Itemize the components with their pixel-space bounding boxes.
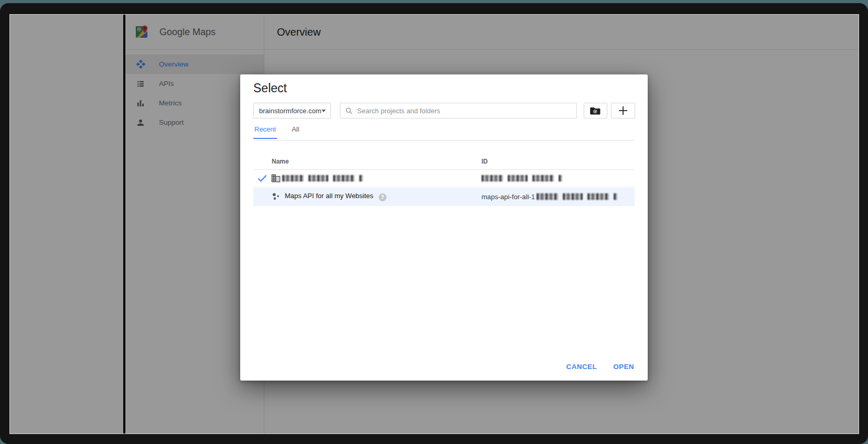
check-icon	[258, 174, 267, 182]
folder-gear-icon	[590, 106, 601, 115]
project-id-cell	[481, 175, 562, 182]
screen: G Google Maps Overview APIs	[0, 0, 868, 444]
help-icon[interactable]: ?	[379, 193, 387, 201]
organization-icon	[271, 173, 281, 183]
organization-dropdown-value: brainstormforce.com	[259, 107, 321, 115]
tab-all[interactable]: All	[291, 125, 300, 139]
project-id-prefix: maps-api-for-all-1	[481, 193, 535, 201]
manage-folders-button[interactable]	[584, 103, 607, 118]
redacted-project-id	[481, 175, 562, 182]
dialog-controls: brainstormforce.com	[253, 103, 635, 118]
plus-icon	[618, 106, 628, 115]
project-name-text: Maps API for all my Websites	[285, 192, 373, 200]
create-project-button[interactable]	[611, 103, 635, 118]
tab-recent[interactable]: Recent	[253, 125, 277, 139]
search-input[interactable]	[357, 107, 572, 115]
table-header: Name ID	[253, 154, 635, 169]
open-button[interactable]: OPEN	[613, 363, 634, 371]
tabs-divider	[253, 140, 635, 140]
column-header-name: Name	[272, 158, 289, 165]
project-name-cell: Maps API for all my Websites?	[285, 192, 387, 201]
search-icon	[345, 107, 353, 115]
redacted-project-id-suffix	[537, 193, 617, 200]
cancel-button[interactable]: CANCEL	[566, 363, 597, 371]
dialog-actions: CANCEL OPEN	[566, 363, 634, 371]
project-id-cell: maps-api-for-all-1	[481, 193, 617, 201]
table-row-maps-api-project[interactable]: Maps API for all my Websites? maps-api-f…	[253, 188, 635, 206]
redacted-project-name	[282, 175, 363, 182]
project-dots-icon	[271, 191, 281, 202]
project-select-dialog: Select brainstormforce.com	[240, 74, 648, 381]
table-row-organization[interactable]	[253, 170, 635, 187]
project-search-box	[340, 103, 577, 118]
dialog-title: Select	[253, 81, 287, 95]
dialog-tabs: Recent All	[253, 125, 301, 139]
organization-dropdown[interactable]: brainstormforce.com	[253, 103, 331, 118]
column-header-id: ID	[481, 158, 488, 165]
chevron-down-icon	[322, 110, 326, 112]
